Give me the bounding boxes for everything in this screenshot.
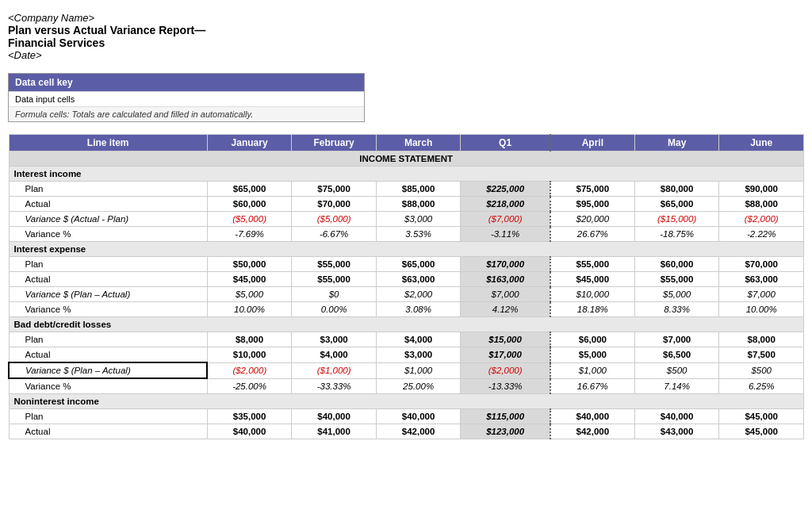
data-cell-key: Data cell key Data input cells Formula c…: [8, 73, 365, 122]
section-bad-debt: Bad debt/credit losses: [9, 317, 804, 332]
interest-income-actual-label: Actual: [9, 197, 207, 212]
interest-income-var-dollar-row: Variance $ (Actual - Plan) ($5,000) ($5,…: [9, 212, 804, 227]
interest-expense-var-dollar-jan: $5,000: [207, 287, 292, 302]
interest-expense-plan-label: Plan: [9, 257, 207, 272]
interest-expense-var-pct-jun: 10.00%: [719, 302, 804, 317]
bad-debt-var-pct-label: Variance %: [9, 378, 207, 394]
interest-income-var-dollar-jun: ($2,000): [719, 212, 804, 227]
noninterest-income-actual-may: $43,000: [634, 424, 719, 439]
col-header-q1: Q1: [461, 135, 550, 151]
interest-expense-var-pct-label: Variance %: [9, 302, 207, 317]
interest-expense-var-dollar-may: $5,000: [634, 287, 719, 302]
interest-expense-actual-q1: $163,000: [461, 272, 550, 287]
bad-debt-var-pct-apr: 16.67%: [550, 378, 635, 394]
noninterest-income-plan-may: $40,000: [634, 409, 719, 424]
interest-income-var-dollar-q1: ($7,000): [461, 212, 550, 227]
interest-income-var-dollar-label: Variance $ (Actual - Plan): [9, 212, 207, 227]
noninterest-income-plan-row: Plan $35,000 $40,000 $40,000 $115,000 $4…: [9, 409, 804, 424]
interest-income-actual-apr: $95,000: [550, 197, 635, 212]
bad-debt-var-dollar-mar: $1,000: [376, 362, 461, 378]
bad-debt-plan-feb: $3,000: [292, 332, 377, 347]
noninterest-income-actual-feb: $41,000: [292, 424, 377, 439]
bad-debt-label: Bad debt/credit losses: [9, 317, 804, 332]
interest-income-label: Interest income: [9, 167, 804, 182]
noninterest-income-plan-feb: $40,000: [292, 409, 377, 424]
bad-debt-var-dollar-jun: $500: [719, 362, 804, 378]
bad-debt-var-pct-row: Variance % -25.00% -33.33% 25.00% -13.33…: [9, 378, 804, 394]
interest-expense-actual-jun: $63,000: [719, 272, 804, 287]
interest-income-var-dollar-jan: ($5,000): [207, 212, 292, 227]
interest-income-plan-may: $80,000: [634, 182, 719, 197]
section-income-statement: INCOME STATEMENT: [9, 151, 804, 167]
bad-debt-plan-mar: $4,000: [376, 332, 461, 347]
bad-debt-var-dollar-may: $500: [634, 362, 719, 378]
interest-income-var-pct-jun: -2.22%: [719, 227, 804, 242]
interest-expense-var-pct-may: 8.33%: [634, 302, 719, 317]
interest-expense-actual-feb: $55,000: [292, 272, 377, 287]
key-title: Data cell key: [9, 74, 364, 91]
interest-income-var-dollar-feb: ($5,000): [292, 212, 377, 227]
bad-debt-plan-row: Plan $8,000 $3,000 $4,000 $15,000 $6,000…: [9, 332, 804, 347]
interest-expense-var-dollar-feb: $0: [292, 287, 377, 302]
noninterest-income-plan-mar: $40,000: [376, 409, 461, 424]
section-interest-expense: Interest expense: [9, 242, 804, 257]
col-header-april: April: [550, 135, 635, 151]
interest-expense-actual-may: $55,000: [634, 272, 719, 287]
interest-expense-actual-jan: $45,000: [207, 272, 292, 287]
interest-income-actual-q1: $218,000: [461, 197, 550, 212]
interest-expense-var-pct-apr: 18.18%: [550, 302, 635, 317]
header-left: <Company Name> Plan versus Actual Varian…: [8, 8, 246, 65]
noninterest-income-plan-q1: $115,000: [461, 409, 550, 424]
col-header-may: May: [634, 135, 719, 151]
bad-debt-actual-jan: $10,000: [207, 347, 292, 363]
interest-income-plan-q1: $225,000: [461, 182, 550, 197]
report-table: Line item January February March Q1 Apri…: [8, 134, 804, 439]
bad-debt-plan-label: Plan: [9, 332, 207, 347]
bad-debt-actual-may: $6,500: [634, 347, 719, 363]
interest-expense-var-dollar-row: Variance $ (Plan – Actual) $5,000 $0 $2,…: [9, 287, 804, 302]
section-interest-income: Interest income: [9, 167, 804, 182]
interest-income-actual-jun: $88,000: [719, 197, 804, 212]
interest-income-plan-apr: $75,000: [550, 182, 635, 197]
interest-income-plan-label: Plan: [9, 182, 207, 197]
interest-expense-actual-mar: $63,000: [376, 272, 461, 287]
interest-income-plan-jan: $65,000: [207, 182, 292, 197]
bad-debt-var-dollar-jan: ($2,000): [207, 362, 292, 378]
interest-expense-var-dollar-apr: $10,000: [550, 287, 635, 302]
interest-expense-var-pct-mar: 3.08%: [376, 302, 461, 317]
noninterest-income-plan-label: Plan: [9, 409, 207, 424]
interest-expense-var-pct-jan: 10.00%: [207, 302, 292, 317]
bad-debt-var-dollar-row: Variance $ (Plan – Actual) ($2,000) ($1,…: [9, 362, 804, 378]
noninterest-income-actual-q1: $123,000: [461, 424, 550, 439]
income-statement-label: INCOME STATEMENT: [9, 151, 804, 167]
bad-debt-plan-apr: $6,000: [550, 332, 635, 347]
noninterest-income-actual-jun: $45,000: [719, 424, 804, 439]
bad-debt-plan-q1: $15,000: [461, 332, 550, 347]
bad-debt-var-pct-q1: -13.33%: [461, 378, 550, 394]
col-header-january: January: [207, 135, 292, 151]
interest-expense-var-dollar-label: Variance $ (Plan – Actual): [9, 287, 207, 302]
interest-expense-var-pct-feb: 0.00%: [292, 302, 377, 317]
bad-debt-actual-mar: $3,000: [376, 347, 461, 363]
key-row-input: Data input cells: [9, 91, 364, 106]
bad-debt-plan-may: $7,000: [634, 332, 719, 347]
interest-income-plan-jun: $90,000: [719, 182, 804, 197]
interest-expense-plan-row: Plan $50,000 $55,000 $65,000 $170,000 $5…: [9, 257, 804, 272]
col-header-june: June: [719, 135, 804, 151]
bad-debt-var-pct-jan: -25.00%: [207, 378, 292, 394]
interest-income-var-dollar-may: ($15,000): [634, 212, 719, 227]
bad-debt-var-pct-jun: 6.25%: [719, 378, 804, 394]
bad-debt-var-pct-mar: 25.00%: [376, 378, 461, 394]
bad-debt-var-dollar-feb: ($1,000): [292, 362, 377, 378]
header-right: [246, 8, 804, 65]
bad-debt-actual-q1: $17,000: [461, 347, 550, 363]
bad-debt-plan-jun: $8,000: [719, 332, 804, 347]
noninterest-income-actual-apr: $42,000: [550, 424, 635, 439]
interest-income-var-pct-jan: -7.69%: [207, 227, 292, 242]
interest-expense-plan-jan: $50,000: [207, 257, 292, 272]
interest-income-var-pct-feb: -6.67%: [292, 227, 377, 242]
noninterest-income-actual-mar: $42,000: [376, 424, 461, 439]
table-header-row: Line item January February March Q1 Apri…: [9, 135, 804, 151]
interest-income-actual-row: Actual $60,000 $70,000 $88,000 $218,000 …: [9, 197, 804, 212]
col-header-march: March: [376, 135, 461, 151]
